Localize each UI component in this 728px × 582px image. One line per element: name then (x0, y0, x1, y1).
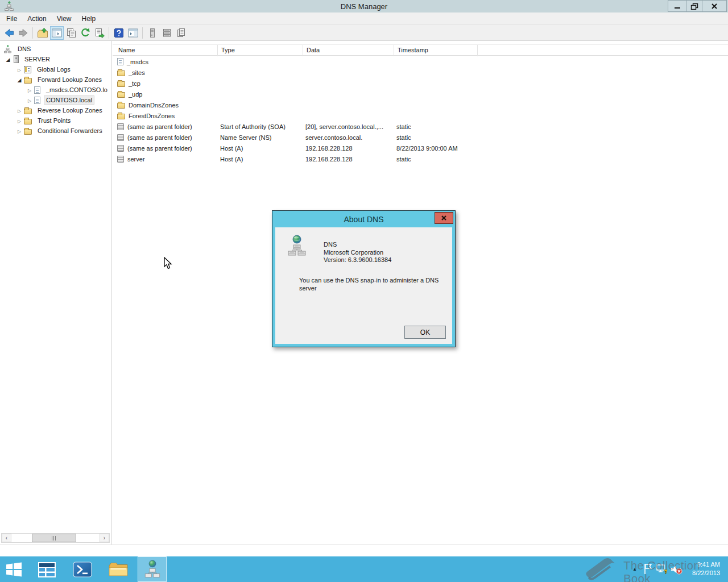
tree-item-trust-points[interactable]: Trust Points (0, 115, 111, 126)
column-header-type[interactable]: Type (218, 45, 303, 56)
expand-collapse-icon[interactable] (15, 127, 24, 134)
zone-icon (34, 86, 40, 94)
tree-item-forward-lookup-zones[interactable]: Forward Lookup Zones (0, 74, 111, 85)
tree-item-label: Reverse Lookup Zones (36, 106, 104, 114)
dialog-product-name: DNS (324, 241, 391, 249)
console-tree-panel: DNS SERVER Global Logs Forward Lookup Zo… (0, 41, 112, 544)
table-row[interactable]: (same as parent folder) Host (A) 192.168… (113, 143, 728, 153)
network-status-icon[interactable] (656, 564, 668, 577)
export-list-button[interactable] (93, 26, 106, 40)
scrollbar-thumb[interactable] (32, 534, 76, 542)
close-icon (441, 215, 447, 221)
tree-item-server[interactable]: SERVER (0, 54, 111, 64)
table-row[interactable]: (same as parent folder) Start of Authori… (113, 121, 728, 132)
tree-item-label-selected: CONTOSO.local (44, 96, 94, 104)
column-header-filler (478, 45, 728, 56)
cell-name: (same as parent folder) (127, 145, 192, 152)
table-row[interactable]: _tcp (113, 78, 728, 89)
minimize-icon (674, 2, 681, 10)
expand-collapse-icon[interactable] (15, 66, 24, 73)
servers-button[interactable] (146, 26, 159, 40)
menu-view[interactable]: View (52, 13, 77, 25)
restore-button[interactable] (686, 0, 702, 12)
forward-button[interactable] (16, 26, 30, 40)
tree-item-conditional-forwarders[interactable]: Conditional Forwarders (0, 126, 111, 136)
taskbar-clock[interactable]: 9:41 AM 8/22/2013 (692, 560, 720, 577)
show-action-pane-button[interactable] (126, 26, 140, 40)
hidden-icons-button[interactable]: ▲ (632, 567, 637, 572)
cell-data: server.contoso.local. (303, 134, 394, 141)
dialog-company: Microsoft Corporation (324, 249, 391, 257)
up-one-level-button[interactable] (36, 26, 49, 40)
horizontal-scrollbar[interactable] (1, 533, 110, 543)
tree-item-label: DNS (16, 45, 32, 53)
menu-help[interactable]: Help (77, 13, 101, 25)
table-row[interactable]: server Host (A) 192.168.228.128 static (113, 153, 728, 164)
toolbar-separator (109, 27, 109, 39)
menu-action[interactable]: Action (22, 13, 51, 25)
back-icon (3, 27, 15, 39)
dialog-close-button[interactable] (435, 212, 453, 224)
table-row[interactable]: _udp (113, 89, 728, 99)
windows-logo-icon (6, 562, 22, 577)
export-list-icon (94, 27, 105, 39)
scrollbar-track[interactable] (11, 534, 100, 542)
table-row[interactable]: (same as parent folder) Name Server (NS)… (113, 132, 728, 143)
expand-collapse-icon[interactable] (3, 56, 13, 63)
tree-item-msdcs-contoso[interactable]: _msdcs.CONTOSO.lo (0, 85, 111, 95)
table-row[interactable]: _sites (113, 67, 728, 78)
expand-collapse-icon[interactable] (15, 117, 24, 124)
dns-manager-taskbar-button[interactable] (138, 556, 167, 582)
status-bar (0, 544, 728, 556)
table-row[interactable]: ForestDnsZones (113, 110, 728, 121)
clipboard-icon (175, 27, 187, 39)
folder-icon (24, 78, 32, 84)
tree-item-contoso-local[interactable]: CONTOSO.local (0, 95, 111, 105)
ok-button[interactable]: OK (404, 326, 446, 339)
server-manager-button[interactable] (33, 556, 60, 582)
cell-name: ForestDnsZones (129, 113, 175, 119)
expand-collapse-icon[interactable] (15, 107, 24, 114)
cell-data: 192.168.228.128 (303, 145, 394, 152)
column-header-timestamp[interactable]: Timestamp (394, 45, 478, 56)
tree-item-dns[interactable]: DNS (0, 44, 111, 54)
cell-name: DomainDnsZones (129, 102, 179, 109)
tree-item-global-logs[interactable]: Global Logs (0, 64, 111, 74)
refresh-button[interactable] (78, 26, 92, 40)
cell-type: Start of Authority (SOA) (218, 123, 303, 130)
restore-icon (690, 2, 698, 10)
toolbar-separator (142, 27, 143, 39)
expand-collapse-icon[interactable] (15, 76, 24, 83)
start-button[interactable] (0, 556, 27, 582)
server-tower-icon (147, 27, 158, 39)
properties-button[interactable] (64, 26, 78, 40)
scroll-right-arrow[interactable] (100, 534, 109, 542)
file-explorer-button[interactable] (105, 556, 132, 582)
properties-page-button[interactable] (174, 26, 188, 40)
dns-manager-icon (144, 560, 160, 579)
table-row[interactable]: DomainDnsZones (113, 99, 728, 110)
close-button[interactable] (702, 0, 727, 12)
minimize-button[interactable] (668, 0, 686, 12)
expand-collapse-icon[interactable] (25, 97, 34, 103)
record-list-button[interactable] (160, 26, 173, 40)
column-header-data[interactable]: Data (303, 45, 394, 56)
action-center-flag-icon[interactable] (643, 563, 652, 577)
back-button[interactable] (2, 26, 16, 40)
cell-name: (same as parent folder) (127, 134, 192, 141)
tree-item-reverse-lookup-zones[interactable]: Reverse Lookup Zones (0, 105, 111, 115)
table-row[interactable]: _msdcs (113, 56, 728, 67)
column-header-name[interactable]: Name (113, 45, 218, 56)
cell-timestamp: 8/22/2013 9:00:00 AM (394, 145, 478, 152)
menu-file[interactable]: File (0, 13, 22, 25)
volume-muted-icon[interactable] (671, 564, 682, 577)
cell-name: (same as parent folder) (127, 123, 192, 130)
help-button[interactable] (112, 26, 126, 40)
list-icon (161, 27, 172, 39)
expand-collapse-icon[interactable] (25, 86, 34, 93)
scroll-left-arrow[interactable] (2, 534, 11, 542)
powershell-button[interactable] (69, 556, 96, 582)
show-console-tree-button[interactable] (50, 26, 64, 40)
console-window-icon (51, 27, 63, 39)
folder-icon (24, 119, 32, 124)
